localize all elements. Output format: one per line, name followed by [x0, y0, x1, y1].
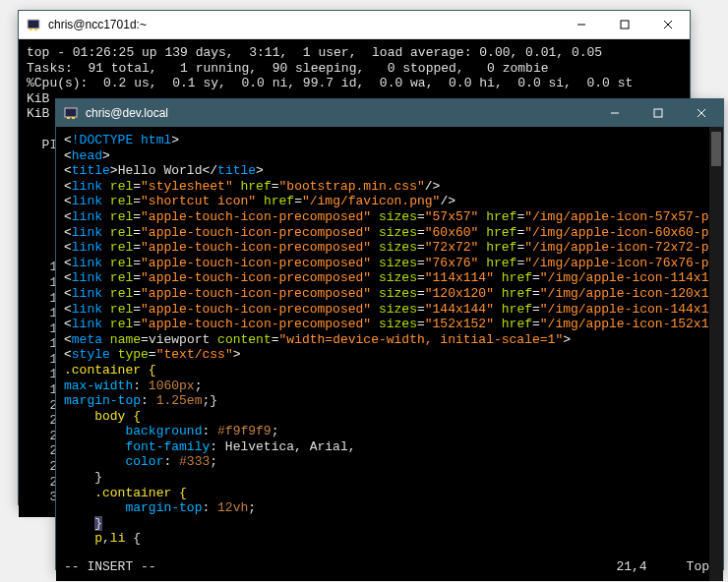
titlebar-back[interactable]: chris@ncc1701d:~ — [19, 11, 690, 39]
vim-statusline: -- INSERT -- 21,4 Top — [64, 559, 709, 575]
svg-rect-7 — [65, 108, 77, 117]
svg-rect-9 — [72, 117, 75, 119]
close-button[interactable] — [646, 11, 690, 38]
close-button[interactable] — [680, 99, 723, 127]
titlebar-front[interactable]: chris@dev.local — [56, 99, 723, 127]
putty-icon — [27, 17, 42, 32]
window-controls — [560, 11, 690, 38]
svg-rect-2 — [34, 29, 37, 30]
putty-icon — [64, 105, 80, 121]
maximize-button[interactable] — [637, 99, 680, 127]
window-controls — [593, 99, 723, 127]
minimize-button[interactable] — [560, 11, 603, 38]
vim-mode: -- INSERT -- — [64, 559, 616, 575]
svg-rect-11 — [654, 109, 662, 117]
scrollbar[interactable] — [709, 127, 723, 581]
editor-area[interactable]: <!DOCTYPE html><head><title>Hello World<… — [56, 127, 723, 581]
title-front: chris@dev.local — [86, 106, 593, 120]
svg-rect-4 — [621, 21, 629, 29]
editor-content[interactable]: <!DOCTYPE html><head><title>Hello World<… — [56, 127, 709, 581]
title-back: chris@ncc1701d:~ — [48, 18, 560, 31]
vim-cursor-pos: 21,4 — [616, 559, 646, 575]
terminal-window-front: chris@dev.local <!DOCTYPE html><head><ti… — [55, 98, 724, 570]
minimize-button[interactable] — [593, 99, 637, 127]
vim-scroll-pos: Top — [687, 559, 709, 575]
svg-rect-1 — [30, 29, 32, 30]
svg-rect-0 — [28, 20, 39, 29]
svg-rect-8 — [67, 117, 70, 119]
maximize-button[interactable] — [603, 11, 646, 38]
